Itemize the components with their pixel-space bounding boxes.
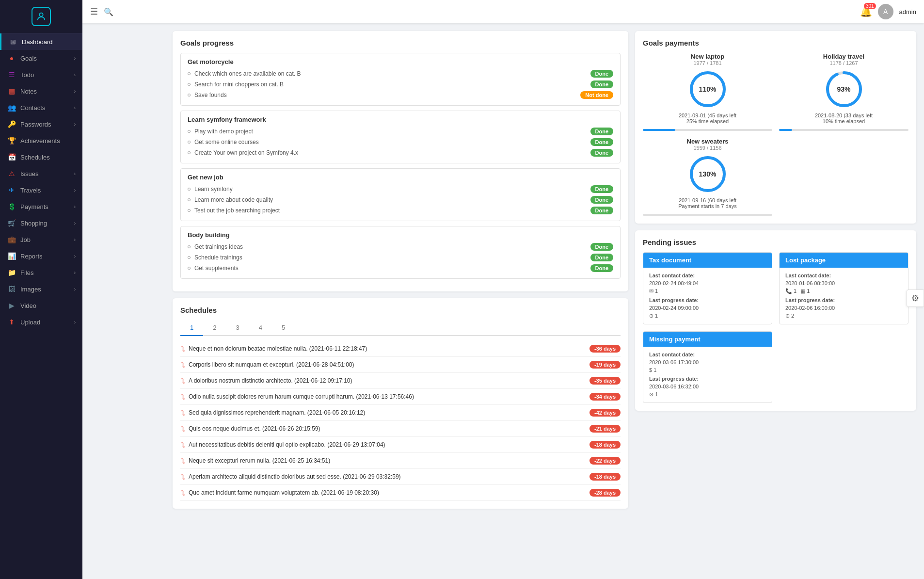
files-icon: 📁: [7, 269, 16, 276]
sidebar-item-video[interactable]: ▶ Video: [0, 297, 82, 314]
gear-icon: ⚙: [911, 293, 919, 304]
sidebar-item-todo[interactable]: ☰ Todo ›: [0, 66, 82, 83]
payment-time-elapsed: 25% time elapsed: [643, 118, 772, 124]
issue-contact-date: 2020-01-06 08:30:00: [785, 280, 902, 286]
schedule-tab-3[interactable]: 3: [226, 320, 249, 336]
avatar[interactable]: A: [878, 4, 893, 19]
sidebar-label-shopping: Shopping: [20, 220, 74, 227]
sidebar-item-files[interactable]: 📁 Files ›: [0, 264, 82, 281]
goal-group-title: Body building: [188, 231, 613, 239]
sort-icon: ⇅: [180, 361, 186, 369]
schedule-row: ⇅A doloribus nostrum distinctio architec…: [180, 373, 621, 389]
schedule-row-text: Quis eos neque ducimus et. (2021-06-26 2…: [189, 425, 320, 432]
goals-progress-title: Goals progress: [180, 39, 621, 47]
chevron-goals-icon: ›: [74, 56, 76, 61]
issue-progress-date: 2020-02-24 09:00:00: [649, 305, 766, 311]
chevron-files-icon: ›: [74, 270, 76, 275]
schedule-row: ⇅Neque sit excepturi rerum nulla. (2021-…: [180, 453, 621, 469]
goal-item-text: Create Your own project on Symfony 4.x: [194, 149, 590, 156]
issue-contact-label: Last contact date:: [649, 273, 766, 278]
schedule-row: ⇅Quo amet incidunt farme numquam volupta…: [180, 485, 621, 501]
issue-body: Last contact date: 2020-02-24 08:49:04 ✉…: [643, 268, 772, 324]
schedule-row-text: Neque sit excepturi rerum nulla. (2021-0…: [189, 457, 330, 464]
payment-percent: 130%: [699, 170, 717, 178]
sidebar-item-notes[interactable]: ▤ Notes ›: [0, 83, 82, 99]
sidebar-label-issues: Issues: [20, 170, 74, 177]
sidebar-label-contacts: Contacts: [20, 104, 74, 112]
goal-item-text: Check which ones are available on cat. B: [194, 70, 590, 77]
schedule-tab-2[interactable]: 2: [203, 320, 226, 336]
issue-card: Lost package Last contact date: 2020-01-…: [779, 252, 908, 324]
payment-circle: 93%: [825, 70, 863, 109]
main-content: Goals progress Get motorcycleCheck which…: [165, 23, 924, 579]
chevron-passwords-icon: ›: [74, 122, 76, 127]
payment-item: New laptop 1977 / 1781 110% 2021-09-01 (…: [643, 53, 772, 131]
goal-item-text: Get some online courses: [194, 139, 590, 145]
goals-progress-card: Goals progress Get motorcycleCheck which…: [173, 31, 628, 291]
sidebar-item-reports[interactable]: 📊 Reports ›: [0, 248, 82, 264]
goal-item-text: Test out the job searching project: [194, 207, 590, 214]
schedule-tab-5[interactable]: 5: [272, 320, 295, 336]
schedule-tab-4[interactable]: 4: [249, 320, 272, 336]
goal-status-badge: Done: [590, 185, 614, 193]
days-badge: -28 days: [589, 489, 621, 497]
goals-progress-groups: Get motorcycleCheck which ones are avail…: [180, 53, 621, 279]
sidebar-item-travels[interactable]: ✈ Travels ›: [0, 182, 82, 198]
payment-title: New sweaters: [643, 138, 772, 145]
search-icon[interactable]: 🔍: [104, 7, 113, 16]
pending-issues-card: Pending issues Tax document Last contact…: [635, 230, 916, 411]
payment-date: 2021-09-16 (60 days left: [643, 197, 772, 203]
payment-percent: 93%: [837, 85, 850, 93]
goal-item: Play with demo projectDone: [188, 126, 613, 137]
issues-icon: ⚠: [7, 170, 16, 177]
sidebar-label-goals: Goals: [20, 55, 74, 62]
sidebar-item-payments[interactable]: 💲 Payments ›: [0, 198, 82, 215]
sidebar-item-job[interactable]: 💼 Job ›: [0, 231, 82, 248]
menu-icon[interactable]: ☰: [90, 6, 98, 17]
schedule-row: ⇅Corporis libero sit numquam et exceptur…: [180, 357, 621, 373]
schedule-row-text: Neque et non dolorum beatae molestiae nu…: [189, 345, 367, 352]
sidebar-item-passwords[interactable]: 🔑 Passwords ›: [0, 116, 82, 132]
video-icon: ▶: [7, 302, 16, 309]
notification-button[interactable]: 🔔 301: [860, 6, 872, 17]
settings-gear-button[interactable]: ⚙: [907, 290, 924, 307]
admin-label[interactable]: admin: [899, 8, 916, 16]
chevron-contacts-icon: ›: [74, 105, 76, 111]
schedule-tab-1[interactable]: 1: [180, 320, 203, 336]
payment-percent: 110%: [699, 85, 717, 93]
sidebar-item-issues[interactable]: ⚠ Issues ›: [0, 165, 82, 182]
goal-item: Test out the job searching projectDone: [188, 205, 613, 216]
sidebar-item-schedules[interactable]: 📅 Schedules: [0, 149, 82, 165]
goal-status-badge: Not done: [580, 91, 613, 99]
phone-icon: 📞 1: [785, 288, 797, 294]
sidebar-item-upload[interactable]: ⬆ Upload ›: [0, 314, 82, 330]
payment-sub: 1559 / 1156: [643, 145, 772, 151]
goal-dot-icon: [188, 209, 191, 212]
sidebar-item-contacts[interactable]: 👥 Contacts ›: [0, 99, 82, 116]
goal-group: Learn symfony frameworkPlay with demo pr…: [180, 111, 621, 163]
sort-icon: ⇅: [180, 473, 186, 481]
sidebar-item-images[interactable]: 🖼 Images ›: [0, 281, 82, 297]
chevron-notes-icon: ›: [74, 89, 76, 94]
sidebar-item-dashboard[interactable]: ⊞ Dashboard: [0, 33, 82, 50]
goal-group-title: Get new job: [188, 174, 613, 181]
payment-progress-bar-wrap: [643, 129, 772, 131]
sidebar-item-shopping[interactable]: 🛒 Shopping ›: [0, 215, 82, 231]
sidebar-item-achievements[interactable]: 🏆 Achievements: [0, 132, 82, 149]
goal-item: Check which ones are available on cat. B…: [188, 68, 613, 79]
issue-contact-icons: ✉ 1: [649, 288, 766, 294]
sidebar-item-goals[interactable]: ● Goals ›: [0, 50, 82, 66]
days-badge: -18 days: [589, 441, 621, 449]
goals-payments-title: Goals payments: [643, 39, 908, 47]
goal-status-badge: Done: [590, 138, 614, 146]
payment-progress-bar-fill: [779, 129, 792, 131]
payment-circle: 110%: [688, 70, 727, 109]
days-badge: -34 days: [589, 393, 621, 401]
contacts-icon: 👥: [7, 104, 16, 112]
goal-group-title: Learn symfony framework: [188, 116, 613, 123]
progress-icon: ⊙ 1: [649, 391, 658, 398]
shopping-icon: 🛒: [7, 219, 16, 227]
payment-time-elapsed: Payment starts in 7 days: [643, 203, 772, 209]
contact-icon: $ 1: [649, 367, 656, 373]
issue-progress-label: Last progress date:: [785, 297, 902, 303]
